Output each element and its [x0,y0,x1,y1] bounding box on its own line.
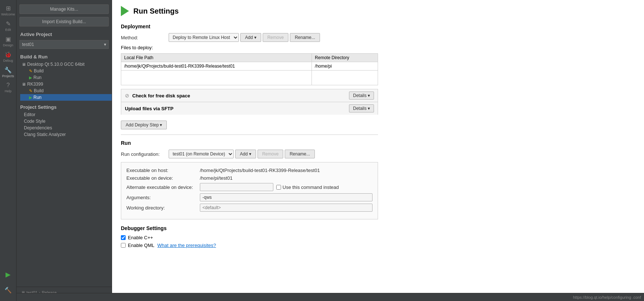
table-empty-row [121,71,378,85]
settings-editor[interactable]: Editor [17,111,112,118]
device-icon: 🖥 [22,82,26,86]
exec-device-label: Executable on device: [126,175,200,181]
desktop-run-label: Run [33,75,42,80]
run-config-row: Run configuration: test01 (on Remote Dev… [121,150,635,158]
debug-icon-item[interactable]: 🐞 Debug [1,49,15,64]
sidebar: Manage Kits... Import Existing Build... … [17,0,112,301]
files-to-deploy-label-row: Files to deploy: [121,45,635,50]
manage-kits-button[interactable]: Manage Kits... [19,4,109,14]
settings-code-style[interactable]: Code Style [17,118,112,125]
run-settings-icon [121,6,129,16]
enable-cpp-checkbox[interactable] [121,235,126,240]
use-command-checkbox[interactable] [276,185,281,190]
active-project-dropdown[interactable]: test01 ▾ [19,40,109,49]
prerequisites-link[interactable]: What are the prerequisites? [157,243,216,248]
rk3399-label: RK3399 [27,82,43,87]
welcome-label: Welcome [1,12,15,16]
page-title: Run Settings [133,7,179,15]
check-disk-label: Check for free disk space [132,93,349,98]
build-bottom-button[interactable]: 🔨 [1,283,15,297]
rk3399-run-item[interactable]: ▶ Run [20,94,112,101]
arguments-row: Arguments: [126,193,373,201]
design-icon: ▣ [6,36,11,43]
working-dir-label: Working directory: [126,205,200,211]
upload-sftp-details-button[interactable]: Details ▾ [349,104,374,112]
projects-label: Projects [2,74,14,78]
alt-exec-label: Alternate executable on device: [126,184,200,190]
run-add-button[interactable]: Add ▾ [235,150,256,158]
files-table: Local File Path Remote Directory /home/j… [121,53,378,85]
arguments-label: Arguments: [126,195,200,200]
deployment-section-title: Deployment [121,24,635,29]
working-dir-input[interactable] [200,204,373,212]
remote-dir-cell: /home/pi [312,62,378,71]
debug-label: Debug [3,59,13,62]
arguments-input[interactable] [200,193,373,201]
import-build-button[interactable]: Import Existing Build... [19,17,109,26]
run-remove-button[interactable]: Remove [258,150,284,158]
design-icon-item[interactable]: ▣ Design [1,34,15,49]
check-disk-space-step: ⊘ Check for free disk space Details ▾ [121,89,378,102]
build-run-title: Build & Run [17,50,112,61]
debugger-section-title: Debugger Settings [121,225,635,231]
desktop-kit-label: Desktop Qt 5.10.0 GCC 64bit [27,62,84,67]
upload-sftp-step: Upload files via SFTP Details ▾ [121,102,378,115]
run-section-title: Run [121,140,635,146]
run-config-dropdown[interactable]: test01 (on Remote Device) [169,150,234,158]
active-project-value: test01 [22,42,34,47]
settings-dependencies[interactable]: Dependencies [17,125,112,131]
status-url: https://blog.qt.io/help/configuring .con… [573,295,641,300]
enable-qml-checkbox[interactable] [121,243,126,248]
active-project-title: Active Project [17,28,112,39]
working-dir-row: Working directory: [126,204,373,212]
build-pencil-icon: ✎ [29,69,32,74]
exec-host-label: Executable on host: [126,168,200,173]
upload-sftp-label: Upload files via SFTP [125,106,349,111]
run-config-box: Executable on host: /home/jk/QtProjects/… [121,162,378,219]
icon-bar: ⊞ Welcome ✎ Edit ▣ Design 🐞 Debug 🔧 Proj… [0,0,17,301]
add-deploy-step-button[interactable]: Add Deploy Step ▾ [121,121,167,129]
ban-icon: ⊘ [125,93,129,98]
files-to-deploy-label: Files to deploy: [121,45,153,50]
welcome-icon-item[interactable]: ⊞ Welcome [1,3,15,18]
monitor-icon: 🖥 [22,62,26,67]
deployment-rename-button[interactable]: Rename... [290,33,320,42]
enable-cpp-label: Enable C++ [128,235,153,240]
run-bottom-icon: ▶ [6,270,11,279]
deployment-remove-button[interactable]: Remove [263,33,289,42]
alt-exec-input[interactable] [200,183,273,191]
edit-icon: ✎ [6,20,11,27]
check-disk-details-button[interactable]: Details ▾ [349,92,374,100]
run-bottom-button[interactable]: ▶ [1,267,15,282]
edit-label: Edit [5,28,11,32]
help-icon-item[interactable]: ? Help [1,80,15,95]
design-label: Design [3,43,13,47]
local-path-cell: /home/jk/QtProjects/build-test01-RK3399-… [121,62,312,71]
enable-qml-label: Enable QML [128,243,154,248]
exec-host-value: /home/jk/QtProjects/build-test01-RK3399-… [200,168,320,173]
desktop-kit-item[interactable]: 🖥 Desktop Qt 5.10.0 GCC 64bit [17,61,112,68]
status-bar: https://blog.qt.io/help/configuring .con… [17,293,644,301]
build-bottom-icon: 🔨 [4,287,12,294]
desktop-build-item[interactable]: ✎ Build [20,68,112,74]
enable-cpp-row: Enable C++ [121,235,635,240]
run-config-label: Run configuration: [121,151,169,157]
build-pencil-icon-rk: ✎ [29,89,32,93]
exec-host-row: Executable on host: /home/jk/QtProjects/… [126,168,373,173]
rk3399-kit-item[interactable]: 🖥 RK3399 [17,81,112,87]
page-header: Run Settings [121,6,635,16]
desktop-run-item[interactable]: ▶ Run [20,74,112,81]
help-label: Help [5,89,12,93]
rk3399-build-label: Build [34,88,44,93]
rk3399-build-item[interactable]: ✎ Build [20,87,112,94]
deployment-add-button[interactable]: Add ▾ [240,33,261,42]
settings-clang[interactable]: Clang Static Analyzer [17,131,112,138]
local-file-path-header: Local File Path [121,54,312,62]
method-row: Method: Deploy to Remote Linux Host Add … [121,33,635,42]
projects-icon-item[interactable]: 🔧 Projects [1,65,15,79]
main-content: Run Settings Deployment Method: Deploy t… [112,0,644,301]
run-play-icon-rk: ▶ [29,95,32,100]
run-rename-button[interactable]: Rename... [285,150,314,158]
edit-icon-item[interactable]: ✎ Edit [1,18,15,33]
method-dropdown[interactable]: Deploy to Remote Linux Host [169,33,239,42]
